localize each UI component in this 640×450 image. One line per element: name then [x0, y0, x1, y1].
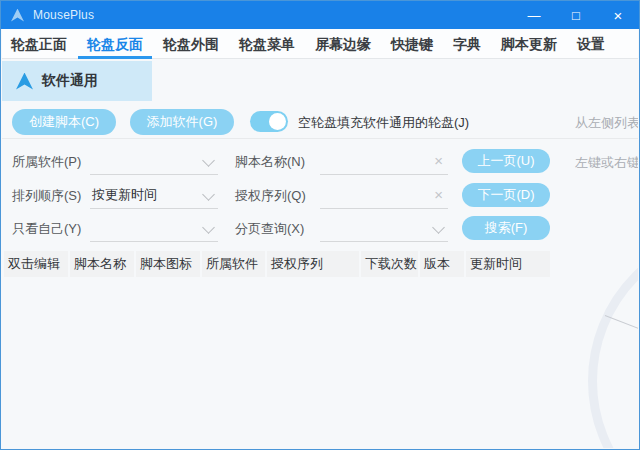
maximize-icon[interactable]: □ [555, 1, 597, 29]
tab-dictionary[interactable]: 字典 [453, 29, 481, 59]
owning-software-label: 所属软件(P) [12, 148, 81, 176]
fill-empty-wheel-toggle[interactable] [250, 111, 288, 132]
sort-order-select[interactable]: 按更新时间 [90, 182, 218, 209]
search-button[interactable]: 搜索(F) [462, 216, 550, 240]
app-logo-icon [11, 9, 24, 22]
content-area: 软件通用 创建脚本(C) 添加软件(G) 空轮盘填充软件通用的轮盘(J) 从左侧… [2, 60, 638, 448]
filter-row-3: 只看自己(Y) 分页查询(X) 搜索(F) [2, 215, 638, 243]
close-icon[interactable]: × [597, 1, 639, 29]
filter-row-1: 所属软件(P) 脚本名称(N) × 上一页(U) [2, 148, 638, 176]
tab-wheel-front[interactable]: 轮盘正面 [11, 29, 67, 59]
tab-hotkeys[interactable]: 快捷键 [391, 29, 433, 59]
tab-wheel-outer[interactable]: 轮盘外围 [163, 29, 219, 59]
create-script-button[interactable]: 创建脚本(C) [12, 109, 116, 135]
page-query-select[interactable] [320, 215, 448, 242]
clear-icon[interactable]: × [434, 186, 443, 204]
clear-icon[interactable]: × [434, 152, 443, 170]
prev-page-button[interactable]: 上一页(U) [462, 149, 550, 173]
wheel-watermark-circle [588, 228, 638, 448]
subtab-label: 软件通用 [42, 72, 98, 90]
col-download-count: 下载次数 [361, 251, 418, 277]
toggle-knob-icon [269, 113, 286, 130]
mouseplus-window: MousePlus — □ × 轮盘正面 轮盘反面 轮盘外围 轮盘菜单 屏幕边缘… [0, 0, 640, 450]
main-tabbar: 轮盘正面 轮盘反面 轮盘外围 轮盘菜单 屏幕边缘 快捷键 字典 脚本更新 设置 [2, 29, 638, 59]
toggle-label: 空轮盘填充软件通用的轮盘(J) [298, 114, 469, 132]
col-double-click-edit: 双击编辑 [4, 251, 68, 277]
tab-screen-edge[interactable]: 屏幕边缘 [315, 29, 371, 59]
col-version: 版本 [420, 251, 464, 277]
tab-settings[interactable]: 设置 [577, 29, 605, 59]
toolbar-divider [2, 138, 638, 139]
add-software-button[interactable]: 添加软件(G) [130, 109, 234, 135]
filter-row-2: 排列顺序(S) 按更新时间 授权序列(Q) × 下一页(D) [2, 182, 638, 210]
col-script-name: 脚本名称 [70, 251, 134, 277]
tab-wheel-menu[interactable]: 轮盘菜单 [239, 29, 295, 59]
only-mine-select[interactable] [90, 215, 218, 242]
window-title: MousePlus [33, 8, 94, 22]
chevron-down-icon[interactable] [202, 221, 215, 234]
window-controls: — □ × [513, 1, 639, 29]
row1-hint-text: 左键或右键 [575, 154, 638, 172]
col-script-icon: 脚本图标 [136, 251, 200, 277]
chevron-down-icon[interactable] [432, 221, 445, 234]
col-owning-software: 所属软件 [202, 251, 265, 277]
titlebar: MousePlus — □ × [1, 1, 639, 29]
auth-serial-label: 授权序列(Q) [235, 182, 306, 210]
right-hint-text: 从左侧列表 [575, 114, 638, 132]
page-query-label: 分页查询(X) [235, 215, 304, 243]
col-auth-serial: 授权序列 [267, 251, 359, 277]
script-name-input[interactable]: × [320, 148, 448, 175]
cursor-logo-icon [16, 73, 33, 90]
only-mine-label: 只看自己(Y) [12, 215, 81, 243]
chevron-down-icon[interactable] [202, 154, 215, 167]
sort-order-label: 排列顺序(S) [12, 182, 81, 210]
next-page-button[interactable]: 下一页(D) [462, 183, 550, 207]
tab-script-update[interactable]: 脚本更新 [501, 29, 557, 59]
col-update-time: 更新时间 [466, 251, 550, 277]
tab-wheel-back[interactable]: 轮盘反面 [87, 29, 143, 59]
subtab-software-general[interactable]: 软件通用 [2, 61, 152, 101]
auth-serial-input[interactable]: × [320, 182, 448, 209]
script-name-label: 脚本名称(N) [235, 148, 305, 176]
sort-order-value: 按更新时间 [90, 182, 218, 208]
minimize-icon[interactable]: — [513, 1, 555, 29]
owning-software-select[interactable] [90, 148, 218, 175]
